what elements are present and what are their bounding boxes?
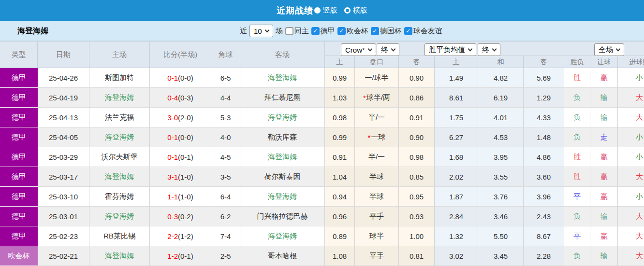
checkbox-label[interactable]: 德甲 [321,27,335,36]
avg-away-odds: 2.43 [524,207,564,226]
chevron-down-icon [367,46,372,51]
avg-draw-odds: 4.01 [478,108,524,127]
home-team[interactable]: 海登海姆 [105,212,134,221]
home-team[interactable]: 法兰克福 [105,113,134,122]
checkbox-icon[interactable]: ✓ [404,27,412,35]
wdl-final-select[interactable]: 终 [478,43,500,56]
match-count-value: 10 [254,27,262,35]
ah-home-odds: 0.94 [325,187,355,207]
match-date: 25-04-05 [38,127,89,147]
checkbox-icon[interactable] [285,27,293,35]
ah-home-odds: 0.99 [325,127,355,147]
scope-select[interactable]: 全场 [594,43,624,56]
ah-home-odds: 0.89 [325,226,355,246]
league-badge: 德甲 [0,207,38,226]
corner-count: 2-5 [211,246,240,266]
full-time-score: 0-1 [167,153,178,161]
handicap-cell: *半球 [355,167,399,187]
filter-checkbox-item[interactable]: ✓ 德国杯 [371,27,403,36]
checkbox-icon[interactable]: ✓ [371,27,379,35]
result-badge: 胜 [573,172,581,182]
score-cell: 0-1(0-0) [150,127,211,147]
ah-home-odds: 0.99 [325,68,355,88]
full-time-score: 3-1 [167,173,178,181]
avg-home-odds: 1.32 [435,226,478,246]
col-header-date: 日期 [38,42,89,68]
home-team[interactable]: 海登海姆 [105,172,134,182]
checkbox-label[interactable]: 同主 [294,27,309,36]
away-team[interactable]: 海登海姆 [268,113,297,122]
away-team[interactable]: 勒沃库森 [268,133,297,142]
handicap-result-badge: 赢 [600,232,608,241]
radio-unselected-icon[interactable] [344,7,351,14]
radio-selected-icon[interactable] [314,7,321,14]
match-date: 25-04-19 [38,88,89,108]
layout-radio-vertical[interactable]: 竖版 [313,6,337,15]
checkbox-icon[interactable]: ✓ [311,27,320,35]
home-team[interactable]: 斯图加特 [105,73,134,83]
table-row: 德甲 25-03-10 霍芬海姆 1-1(1-0) 6-4 海登海姆 0.94 … [0,187,644,207]
handicap-result-badge: 走 [600,133,608,142]
checkbox-label[interactable]: 球会友谊 [413,27,442,36]
match-date: 25-02-21 [38,246,89,266]
odds-final-select[interactable]: 终 [377,43,399,56]
filter-checkbox-item[interactable]: ✓ 欧会杯 [337,27,369,36]
subheader-ah-home: 主 [325,56,355,68]
away-team[interactable]: 海登海姆 [268,153,297,162]
goals-result-badge: 小 [636,133,643,142]
wdl-average-value: 胜平负均值 [429,45,465,55]
wdl-final-value: 终 [482,45,489,55]
avg-draw-odds: 3.95 [478,147,524,167]
away-team[interactable]: 哥本哈根 [268,252,297,261]
league-badge: 德甲 [0,147,38,167]
table-row: 德甲 25-04-26 斯图加特 0-1(0-0) 6-5 海登海姆 0.99 … [0,68,644,88]
radio-horizontal-label[interactable]: 横版 [353,6,367,15]
checkbox-icon[interactable]: ✓ [337,27,346,35]
match-date: 25-03-01 [38,207,89,226]
table-row: 德甲 25-03-29 沃尔夫斯堡 0-1(0-1) 4-5 海登海姆 0.91… [0,147,644,167]
star-mark: * [368,133,371,141]
half-time-score: (0-2) [178,212,193,221]
home-team[interactable]: 沃尔夫斯堡 [102,153,138,162]
full-time-score: 0-1 [167,74,178,82]
filter-checkbox-item[interactable]: 同主 [285,27,310,36]
away-team[interactable]: 荷尔斯泰因 [264,172,301,182]
near-label: 近 [240,27,247,36]
radio-vertical-label[interactable]: 竖版 [323,6,337,15]
filter-checkbox-item[interactable]: ✓ 德甲 [311,27,336,36]
away-team[interactable]: 门兴格拉德巴赫 [257,212,308,221]
full-time-score: 2-2 [167,232,178,240]
home-team[interactable]: RB莱比锡 [103,232,135,241]
match-count-select[interactable]: 10 [249,25,273,37]
layout-radio-horizontal[interactable]: 横版 [337,6,367,15]
odds-company-select[interactable]: Crow* [341,43,376,56]
avg-home-odds: 2.84 [435,207,478,226]
chevron-down-icon [468,46,473,51]
away-team[interactable]: 海登海姆 [268,73,297,83]
result-badge: 胜 [573,153,581,162]
home-team[interactable]: 海登海姆 [105,133,134,142]
filter-checkbox-item[interactable]: ✓ 球会友谊 [404,27,443,36]
score-cell: 0-4(0-3) [150,88,211,108]
goals-result-badge: 小 [636,73,643,83]
away-team[interactable]: 海登海姆 [268,192,297,201]
avg-draw-odds: 3.55 [478,167,524,187]
avg-home-odds: 8.61 [435,88,478,108]
avg-home-odds: 1.49 [435,68,478,88]
handicap-line: 半/一 [368,113,385,122]
chevron-down-icon [492,46,497,51]
col-header-type: 类型 [0,42,38,68]
home-team[interactable]: 海登海姆 [105,93,134,102]
table-row: 德甲 25-03-17 海登海姆 3-1(1-0) 3-5 荷尔斯泰因 1.04… [0,167,644,187]
home-team[interactable]: 霍芬海姆 [105,192,134,201]
checkbox-label[interactable]: 欧会杯 [347,27,368,36]
handicap-cell: *一球 [355,127,399,147]
league-badge: 德甲 [0,167,38,187]
goals-result-badge: 大 [636,172,643,182]
away-team[interactable]: 拜仁慕尼黑 [264,93,301,102]
home-team[interactable]: 海登海姆 [105,252,134,261]
table-header: 类型 日期 主场 比分(半场) 角球 客场 主 盘口 客 主 和 客 胜负 让球… [0,41,644,68]
wdl-average-select[interactable]: 胜平负均值 [424,43,476,56]
away-team[interactable]: 海登海姆 [268,232,297,241]
checkbox-label[interactable]: 德国杯 [380,27,402,36]
